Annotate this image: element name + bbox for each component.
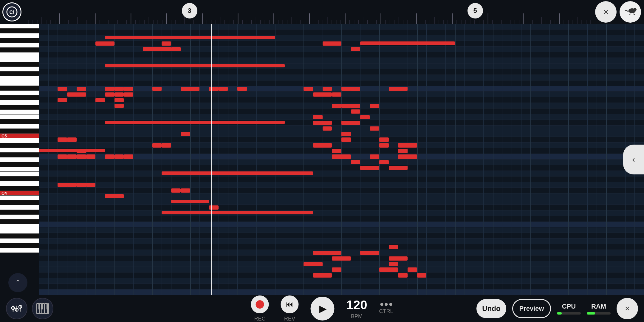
bird-button[interactable] — [620, 1, 641, 23]
note[interactable] — [152, 87, 162, 91]
preview-button[interactable]: Preview — [512, 299, 551, 318]
piano-key-F5[interactable] — [0, 110, 39, 114]
piano-key-A#4[interactable] — [0, 143, 39, 148]
piano-key-E3[interactable] — [0, 229, 39, 234]
note[interactable] — [237, 87, 247, 91]
note[interactable] — [162, 211, 313, 214]
piano-key-A4[interactable] — [0, 148, 39, 153]
piano-key-C6[interactable]: C6 — [0, 76, 39, 81]
note[interactable] — [67, 92, 86, 97]
marker-5-circle[interactable]: 5 — [467, 3, 483, 18]
piano-key-A#5[interactable] — [0, 86, 39, 91]
note[interactable] — [332, 267, 341, 272]
note[interactable] — [341, 132, 351, 136]
note[interactable] — [58, 183, 67, 187]
piano-key-C#3[interactable] — [0, 243, 39, 248]
note[interactable] — [332, 154, 351, 159]
note[interactable] — [114, 154, 124, 159]
piano-key-D#6[interactable] — [0, 62, 39, 67]
note[interactable] — [67, 183, 77, 187]
note[interactable] — [398, 143, 417, 147]
note[interactable] — [379, 160, 389, 164]
note[interactable] — [408, 267, 417, 272]
note[interactable] — [351, 160, 360, 164]
note[interactable] — [86, 154, 96, 159]
note[interactable] — [171, 200, 209, 203]
note[interactable] — [105, 36, 275, 39]
note[interactable] — [105, 194, 124, 198]
piano-key-D3[interactable] — [0, 239, 39, 243]
piano-key-G#4[interactable] — [0, 153, 39, 157]
piano-key-E5[interactable] — [0, 114, 39, 119]
timeline-ruler[interactable]: // rendered via SVG below 3 5 — [24, 0, 595, 24]
piano-key-E6[interactable] — [0, 57, 39, 62]
close-bottom-button[interactable]: × — [617, 298, 638, 319]
note[interactable] — [95, 41, 114, 46]
note[interactable] — [313, 273, 332, 277]
note[interactable] — [332, 92, 341, 97]
piano-key-D6[interactable] — [0, 67, 39, 72]
note[interactable] — [351, 109, 360, 114]
note[interactable] — [313, 92, 332, 97]
note[interactable] — [95, 98, 105, 102]
note[interactable] — [77, 154, 86, 159]
note[interactable] — [219, 87, 228, 91]
note[interactable] — [86, 183, 96, 187]
piano-key-G3[interactable] — [0, 215, 39, 219]
note[interactable] — [162, 143, 171, 147]
note[interactable] — [341, 87, 351, 91]
piano-key-G5[interactable] — [0, 100, 39, 105]
note[interactable] — [304, 87, 313, 91]
note[interactable] — [162, 171, 313, 175]
note[interactable] — [323, 87, 332, 91]
note[interactable] — [58, 87, 67, 91]
note[interactable] — [124, 92, 133, 97]
piano-key-G4[interactable] — [0, 157, 39, 162]
piano-key-D#4[interactable] — [0, 177, 39, 181]
piano-key-B6[interactable] — [0, 24, 39, 29]
note[interactable] — [341, 121, 360, 125]
play-button[interactable]: ▶ — [310, 297, 334, 321]
piano-key-C4[interactable]: C4 — [0, 191, 39, 196]
note[interactable] — [313, 251, 341, 255]
note[interactable] — [398, 87, 408, 91]
note[interactable] — [114, 87, 124, 91]
piano-key-F6[interactable] — [0, 52, 39, 57]
piano-key-C3[interactable]: C3 — [0, 248, 39, 253]
note[interactable] — [77, 87, 86, 91]
piano-keys-button[interactable] — [32, 298, 53, 319]
note[interactable] — [389, 166, 408, 170]
piano-key-C5[interactable]: C5 — [0, 134, 39, 138]
note[interactable] — [304, 262, 322, 266]
ctrl-button[interactable] — [380, 303, 392, 306]
note[interactable] — [389, 245, 398, 249]
note[interactable] — [209, 205, 219, 210]
logo-button[interactable]: C! — [0, 0, 24, 24]
piano-key-C#6[interactable] — [0, 72, 39, 76]
note[interactable] — [389, 256, 408, 261]
grid-area[interactable] — [39, 24, 644, 295]
note[interactable] — [181, 188, 190, 193]
note[interactable] — [105, 121, 285, 124]
note[interactable] — [105, 92, 114, 97]
piano-key-B3[interactable] — [0, 196, 39, 200]
note[interactable] — [67, 154, 77, 159]
note[interactable] — [209, 87, 219, 91]
note[interactable] — [181, 87, 199, 91]
piano-key-A#3[interactable] — [0, 200, 39, 205]
note[interactable] — [398, 154, 417, 159]
marker-3[interactable]: 3 — [182, 3, 197, 18]
piano-key-F3[interactable] — [0, 224, 39, 229]
note[interactable] — [77, 183, 86, 187]
piano-key-G#5[interactable] — [0, 95, 39, 100]
piano-key-D5[interactable] — [0, 124, 39, 129]
note[interactable] — [379, 267, 398, 272]
note[interactable] — [58, 98, 67, 102]
piano-key-D4[interactable] — [0, 181, 39, 186]
note[interactable] — [152, 143, 162, 147]
note[interactable] — [313, 115, 323, 119]
note[interactable] — [67, 137, 77, 142]
note[interactable] — [143, 47, 171, 51]
note[interactable] — [332, 104, 341, 108]
note[interactable] — [114, 98, 124, 102]
